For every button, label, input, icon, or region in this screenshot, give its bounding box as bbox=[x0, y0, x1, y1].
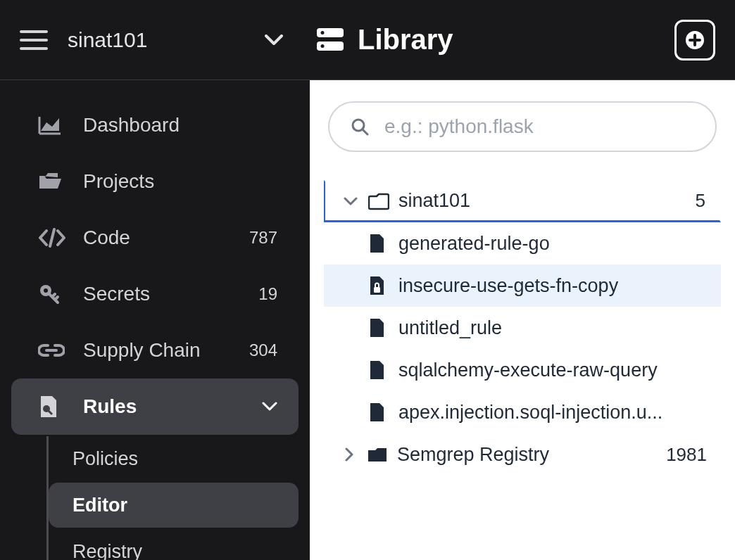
tree-file-name: insecure-use-gets-fn-copy bbox=[394, 275, 707, 297]
file-icon bbox=[359, 233, 394, 254]
nav-count: 19 bbox=[258, 284, 277, 304]
link-icon bbox=[38, 343, 69, 358]
svg-point-3 bbox=[321, 44, 325, 48]
svg-point-2 bbox=[321, 31, 325, 34]
sidebar-item-supply-chain[interactable]: Supply Chain 304 bbox=[11, 322, 299, 378]
tree-folder-count: 1981 bbox=[666, 444, 707, 466]
tree-file[interactable]: sqlalchemy-execute-raw-query bbox=[324, 349, 721, 391]
main: Dashboard Projects Code 787 Secrets 19 bbox=[0, 80, 735, 560]
sidebar: Dashboard Projects Code 787 Secrets 19 bbox=[0, 80, 310, 560]
chevron-down-icon bbox=[338, 196, 363, 206]
file-icon bbox=[359, 317, 394, 338]
tree-file[interactable]: insecure-use-gets-fn-copy bbox=[324, 265, 721, 307]
topbar: sinat101 Library bbox=[0, 0, 735, 80]
rules-icon bbox=[38, 395, 69, 419]
nav-label: Supply Chain bbox=[83, 339, 249, 362]
nav-count: 787 bbox=[249, 228, 277, 248]
nav-label: Code bbox=[83, 227, 249, 249]
tree-folder-registry[interactable]: Semgrep Registry 1981 bbox=[324, 433, 721, 476]
key-icon bbox=[38, 283, 69, 305]
folder-icon bbox=[362, 445, 393, 464]
workspace-selector[interactable]: sinat101 bbox=[68, 28, 265, 52]
sidebar-item-secrets[interactable]: Secrets 19 bbox=[11, 266, 299, 322]
tree-file[interactable]: generated-rule-go bbox=[324, 222, 721, 265]
page-title: Library bbox=[358, 24, 674, 56]
topbar-left: sinat101 bbox=[0, 26, 310, 54]
tree-file-name: untitled_rule bbox=[394, 317, 707, 339]
code-icon bbox=[38, 228, 69, 248]
folder-icon bbox=[363, 192, 394, 210]
nav-label: Rules bbox=[83, 395, 262, 418]
search-box[interactable] bbox=[328, 101, 717, 152]
file-icon bbox=[359, 402, 394, 423]
sidebar-item-rules[interactable]: Rules bbox=[11, 378, 299, 435]
library-panel: sinat101 5 generated-rule-go insecure-us… bbox=[310, 80, 735, 560]
svg-point-6 bbox=[44, 288, 48, 293]
search-icon bbox=[351, 117, 369, 136]
rules-subnav: Policies Editor Registry bbox=[46, 436, 310, 560]
tree-folder-workspace[interactable]: sinat101 5 bbox=[324, 180, 721, 222]
tree-folder-name: sinat101 bbox=[394, 190, 696, 212]
chevron-right-icon bbox=[337, 447, 362, 462]
sidebar-item-projects[interactable]: Projects bbox=[11, 153, 299, 210]
search-input[interactable] bbox=[384, 115, 694, 138]
sidebar-item-code[interactable]: Code 787 bbox=[11, 210, 299, 266]
tree-file-name: sqlalchemy-execute-raw-query bbox=[394, 359, 707, 381]
hamburger-menu-icon[interactable] bbox=[20, 26, 48, 54]
library-icon bbox=[317, 28, 344, 52]
tree-file[interactable]: apex.injection.soql-injection.u... bbox=[324, 391, 721, 433]
rule-tree: sinat101 5 generated-rule-go insecure-us… bbox=[324, 180, 721, 476]
nav-count: 304 bbox=[249, 341, 277, 360]
subnav-item-policies[interactable]: Policies bbox=[49, 436, 299, 481]
plus-icon bbox=[685, 30, 705, 50]
topbar-right: Library bbox=[310, 20, 735, 61]
tree-folder-name: Semgrep Registry bbox=[393, 444, 666, 466]
tree-file[interactable]: untitled_rule bbox=[324, 307, 721, 349]
add-button[interactable] bbox=[674, 20, 715, 61]
folder-open-icon bbox=[38, 172, 69, 191]
tree-folder-count: 5 bbox=[696, 190, 705, 212]
dashboard-icon bbox=[38, 115, 69, 135]
nav-label: Secrets bbox=[83, 283, 258, 305]
subnav-item-editor[interactable]: Editor bbox=[49, 483, 299, 528]
nav-label: Projects bbox=[83, 170, 277, 193]
file-lock-icon bbox=[359, 275, 394, 296]
sidebar-item-dashboard[interactable]: Dashboard bbox=[11, 97, 299, 153]
tree-file-name: generated-rule-go bbox=[394, 233, 707, 255]
svg-rect-9 bbox=[374, 287, 380, 293]
tree-file-name: apex.injection.soql-injection.u... bbox=[394, 402, 707, 424]
file-icon bbox=[359, 359, 394, 381]
subnav-item-registry[interactable]: Registry bbox=[49, 529, 299, 560]
chevron-down-icon[interactable] bbox=[265, 34, 283, 46]
nav-label: Dashboard bbox=[83, 114, 277, 136]
chevron-down-icon bbox=[262, 402, 277, 412]
